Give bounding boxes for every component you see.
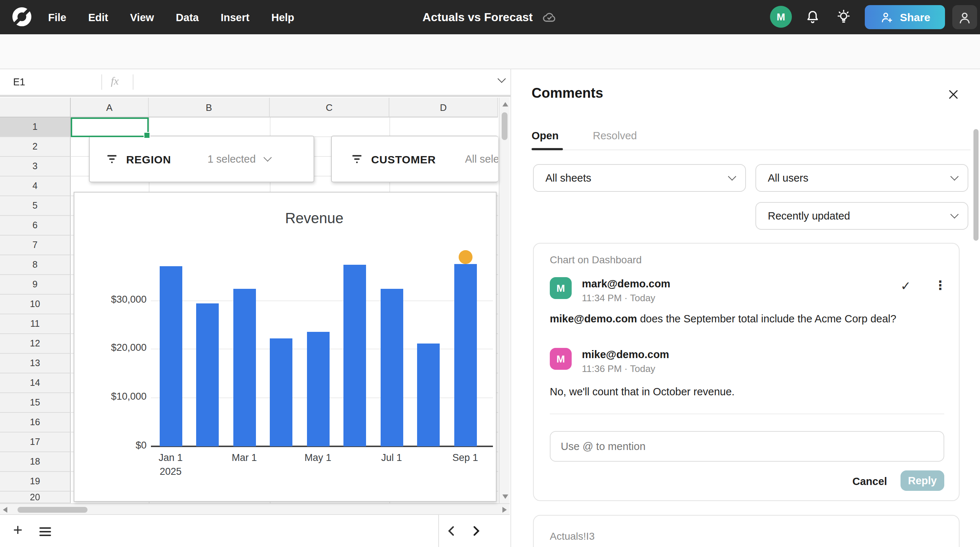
users-filter-dropdown[interactable]: All users	[756, 164, 968, 192]
tips-lightbulb-icon[interactable]	[835, 8, 853, 25]
profile-button[interactable]	[952, 5, 977, 29]
cancel-button[interactable]: Cancel	[853, 475, 887, 487]
close-panel-icon[interactable]	[947, 88, 959, 101]
column-header-B[interactable]: B	[149, 98, 270, 118]
user-avatar[interactable]: M	[770, 6, 792, 28]
tab-open[interactable]: Open	[531, 130, 558, 142]
x-axis-tick-label: May 1	[289, 452, 347, 463]
menu-item-file[interactable]: File	[48, 11, 66, 23]
person-icon	[957, 9, 973, 25]
row-header-18[interactable]: 18	[0, 452, 71, 472]
menu-item-help[interactable]: Help	[271, 11, 294, 23]
row-header-4[interactable]: 4	[0, 177, 71, 196]
row-header-7[interactable]: 7	[0, 235, 71, 255]
x-axis-tick-label: Jul 1	[363, 452, 421, 463]
row-header-15[interactable]: 15	[0, 393, 71, 413]
cell-reference[interactable]: E1	[13, 76, 25, 87]
row-header-12[interactable]: 12	[0, 334, 71, 354]
filter-label: CUSTOMER	[371, 153, 436, 165]
comment-location[interactable]: Chart on Dashboard	[550, 254, 642, 266]
scroll-left-icon[interactable]	[3, 507, 7, 513]
row-header-16[interactable]: 16	[0, 413, 71, 433]
row-header-3[interactable]: 3	[0, 157, 71, 177]
row-header-13[interactable]: 13	[0, 354, 71, 374]
row-header-9[interactable]: 9	[0, 275, 71, 295]
row-header-8[interactable]: 8	[0, 255, 71, 275]
row-header-6[interactable]: 6	[0, 216, 71, 235]
filter-icon	[351, 154, 363, 164]
bar-Jun 2025	[344, 265, 366, 446]
row-header-1[interactable]: 1	[0, 118, 71, 137]
fx-icon: fx	[111, 75, 119, 87]
grid-horizontal-scrollbar[interactable]	[0, 503, 510, 515]
horizontal-scroll-thumb[interactable]	[18, 507, 88, 513]
chart-plot-area: $0$10,000$20,000$30,000Jan 12025Mar 1May…	[75, 192, 496, 502]
comment-author: mark@demo.com	[582, 278, 670, 289]
grid-vertical-scrollbar[interactable]	[499, 98, 510, 503]
menu-item-insert[interactable]: Insert	[221, 11, 250, 23]
sheet-list-menu-icon[interactable]	[40, 525, 51, 538]
revenue-chart[interactable]: Revenue $0$10,000$20,000$30,000Jan 12025…	[74, 192, 496, 502]
mention[interactable]: mike@demo.com	[550, 313, 637, 324]
menu-item-view[interactable]: View	[130, 11, 154, 23]
x-axis-tick-label: Jan 1	[142, 452, 200, 463]
comment-avatar: M	[550, 277, 572, 299]
customer-filter-widget[interactable]: CUSTOMER All selected	[331, 136, 498, 182]
resolve-check-icon[interactable]: ✓	[900, 278, 911, 294]
row-header-10[interactable]: 10	[0, 295, 71, 314]
menu-item-edit[interactable]: Edit	[88, 11, 108, 23]
grid-corner-cell[interactable]	[0, 98, 71, 118]
notifications-bell-icon[interactable]	[804, 9, 821, 25]
panel-scroll-thumb[interactable]	[974, 129, 978, 241]
prev-sheet-chevron-icon[interactable]	[446, 525, 457, 537]
vertical-scroll-thumb[interactable]	[502, 112, 508, 140]
panel-title: Comments	[531, 85, 603, 102]
document-title[interactable]: Actuals vs Forecast	[423, 11, 533, 24]
app-logo-icon[interactable]	[12, 6, 32, 27]
y-axis-tick-label: $0	[75, 440, 146, 451]
filter-chevron-icon	[263, 154, 272, 162]
scroll-up-icon[interactable]	[502, 102, 508, 107]
row-header-2[interactable]: 2	[0, 137, 71, 157]
comment-thread-card[interactable]: Chart on Dashboard M mark@demo.com 11:34…	[533, 243, 959, 501]
share-button[interactable]: Share	[865, 5, 945, 29]
comment-time: 11:34 PM · Today	[582, 293, 655, 304]
formula-input[interactable]	[364, 71, 496, 93]
menu-item-data[interactable]: Data	[176, 11, 199, 23]
fill-handle[interactable]	[144, 132, 150, 138]
comment-indicator-dot[interactable]	[458, 250, 472, 264]
add-sheet-button[interactable]: +	[13, 521, 22, 540]
next-sheet-chevron-icon[interactable]	[471, 525, 481, 537]
tab-resolved[interactable]: Resolved	[593, 130, 637, 142]
filter-value: 1 selected	[207, 153, 256, 165]
comment-location[interactable]: Actuals!I3	[550, 530, 595, 542]
filter-label: REGION	[126, 153, 171, 165]
scroll-down-icon[interactable]	[502, 495, 508, 499]
bar-Jul 2025	[380, 288, 403, 446]
formula-bar-expand-chevron-icon[interactable]	[498, 75, 506, 83]
reply-button[interactable]: Reply	[900, 471, 944, 491]
column-header-D[interactable]: D	[390, 98, 498, 118]
users-filter-value: All users	[768, 172, 808, 184]
reply-input[interactable]	[550, 431, 944, 462]
sort-dropdown[interactable]: Recently updated	[756, 202, 968, 230]
comment-text: mike@demo.com does the September total i…	[550, 313, 943, 324]
comment-thread-card[interactable]: Actuals!I3	[533, 515, 959, 547]
sheets-filter-dropdown[interactable]: All sheets	[533, 164, 746, 192]
row-header-14[interactable]: 14	[0, 374, 71, 393]
row-header-11[interactable]: 11	[0, 314, 71, 334]
scroll-right-icon[interactable]	[503, 507, 507, 513]
row-header-19[interactable]: 19	[0, 472, 71, 491]
comment-menu-kebab-icon[interactable]: ⋮	[934, 278, 947, 293]
selected-cell[interactable]	[71, 118, 149, 137]
filter-value: All selected	[465, 153, 498, 165]
region-filter-widget[interactable]: REGION 1 selected	[89, 136, 314, 182]
row-header-5[interactable]: 5	[0, 196, 71, 216]
row-header-20[interactable]: 20	[0, 491, 71, 503]
comments-panel: Comments Open Resolved All sheets All us…	[511, 69, 980, 547]
menu-bar: FileEditViewDataInsertHelp	[48, 0, 294, 34]
row-header-17[interactable]: 17	[0, 433, 71, 452]
active-tab-underline	[531, 148, 563, 150]
column-header-A[interactable]: A	[71, 98, 149, 118]
column-header-C[interactable]: C	[270, 98, 390, 118]
